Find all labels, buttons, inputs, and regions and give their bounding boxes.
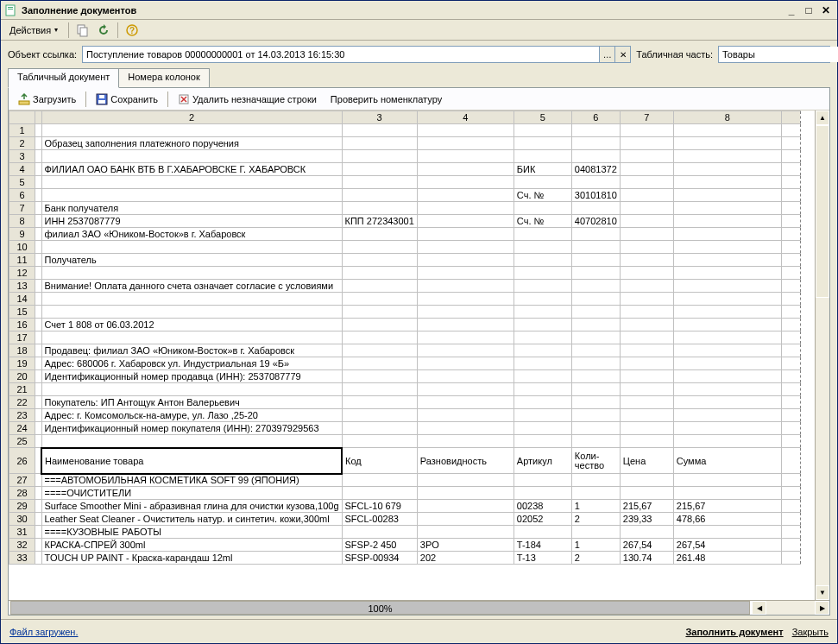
cell[interactable] xyxy=(781,500,800,513)
cell[interactable] xyxy=(35,306,42,319)
cell[interactable] xyxy=(35,422,42,435)
refresh-icon[interactable] xyxy=(95,22,112,39)
cell[interactable] xyxy=(35,448,42,474)
row-header[interactable]: 23 xyxy=(9,409,35,422)
table-row[interactable]: 25 xyxy=(9,435,801,448)
cell[interactable] xyxy=(417,124,514,137)
row-header[interactable]: 31 xyxy=(9,526,35,539)
cell[interactable] xyxy=(342,124,417,137)
cell[interactable] xyxy=(673,396,781,409)
cell[interactable] xyxy=(417,513,514,526)
row-header[interactable]: 12 xyxy=(9,267,35,280)
cell[interactable] xyxy=(342,306,417,319)
cell[interactable] xyxy=(514,254,571,267)
cell[interactable] xyxy=(673,176,781,189)
cell[interactable]: Сч. № xyxy=(514,215,571,228)
row-header[interactable]: 4 xyxy=(9,163,35,176)
row-header[interactable]: 28 xyxy=(9,487,35,500)
cell[interactable]: Leather Seat Cleaner - Очиститель натур.… xyxy=(41,513,342,526)
cell[interactable] xyxy=(417,267,514,280)
table-row[interactable]: 27===АВТОМОБИЛЬНАЯ КОСМЕТИКА SOFT 99 (ЯП… xyxy=(9,474,801,487)
cell[interactable] xyxy=(342,474,417,487)
cell[interactable]: Адрес: 680006 г. Хабаровск ул. Индустриа… xyxy=(41,357,342,370)
tab-column-numbers[interactable]: Номера колонок xyxy=(118,68,210,87)
scroll-up-icon[interactable]: ▲ xyxy=(816,110,829,125)
cell[interactable] xyxy=(417,293,514,306)
cell[interactable] xyxy=(342,163,417,176)
ref-clear-button[interactable]: ✕ xyxy=(614,47,630,62)
cell[interactable] xyxy=(781,176,800,189)
cell[interactable] xyxy=(781,448,800,474)
cell[interactable] xyxy=(514,176,571,189)
cell[interactable] xyxy=(41,189,342,202)
cell[interactable] xyxy=(35,150,42,163)
cell[interactable] xyxy=(673,383,781,396)
cell[interactable] xyxy=(673,189,781,202)
table-row[interactable]: 4ФИЛИАЛ ОАО БАНК ВТБ В Г.ХАБАРОВСКЕ Г. Х… xyxy=(9,163,801,176)
cell[interactable] xyxy=(620,487,673,500)
scroll-down-icon[interactable]: ▼ xyxy=(816,585,829,600)
cell[interactable]: 00238 xyxy=(514,500,571,513)
cell[interactable] xyxy=(571,293,620,306)
cell[interactable] xyxy=(514,228,571,241)
cell[interactable] xyxy=(781,513,800,526)
cell[interactable] xyxy=(571,331,620,344)
cell[interactable] xyxy=(620,254,673,267)
cell[interactable]: 239,33 xyxy=(620,513,673,526)
cell[interactable] xyxy=(781,137,800,150)
cell[interactable] xyxy=(342,228,417,241)
cell[interactable]: 04081372 xyxy=(571,163,620,176)
cell[interactable]: Код xyxy=(342,448,417,474)
cell[interactable] xyxy=(35,202,42,215)
cell[interactable]: TOUCH UP PAINT - Краска-карандаш 12ml xyxy=(41,552,342,565)
cell[interactable] xyxy=(342,176,417,189)
cell[interactable] xyxy=(620,293,673,306)
cell[interactable] xyxy=(35,487,42,500)
cell[interactable] xyxy=(781,344,800,357)
table-row[interactable]: 5 xyxy=(9,176,801,189)
table-row[interactable]: 9филиал ЗАО «Юником-Восток»в г. Хабаровс… xyxy=(9,228,801,241)
cell[interactable]: Наименование товара xyxy=(41,448,342,474)
cell[interactable] xyxy=(35,137,42,150)
cell[interactable] xyxy=(673,215,781,228)
row-header[interactable]: 8 xyxy=(9,215,35,228)
status-message[interactable]: Файл загружен. xyxy=(9,627,79,637)
cell[interactable]: 267,54 xyxy=(620,539,673,552)
fill-document-button[interactable]: Заполнить документ xyxy=(685,627,783,637)
cell[interactable] xyxy=(342,383,417,396)
row-header[interactable]: 26 xyxy=(9,448,35,474)
row-header[interactable]: 1 xyxy=(9,124,35,137)
cell[interactable] xyxy=(781,331,800,344)
cell[interactable] xyxy=(571,370,620,383)
maximize-button[interactable]: □ xyxy=(801,3,816,17)
cell[interactable] xyxy=(781,383,800,396)
cell[interactable] xyxy=(673,331,781,344)
cell[interactable] xyxy=(571,176,620,189)
cell[interactable] xyxy=(673,163,781,176)
cell[interactable]: ИНН 2537087779 xyxy=(41,215,342,228)
cell[interactable] xyxy=(781,306,800,319)
row-header[interactable]: 2 xyxy=(9,137,35,150)
cell[interactable] xyxy=(35,383,42,396)
cell[interactable] xyxy=(673,306,781,319)
table-row[interactable]: 8ИНН 2537087779КПП 272343001Сч. №4070281… xyxy=(9,215,801,228)
cell[interactable] xyxy=(781,396,800,409)
cell[interactable] xyxy=(41,383,342,396)
cell[interactable] xyxy=(514,241,571,254)
close-link[interactable]: Закрыть xyxy=(792,627,829,637)
cell[interactable] xyxy=(35,241,42,254)
cell[interactable] xyxy=(781,474,800,487)
cell[interactable] xyxy=(571,280,620,293)
cell[interactable] xyxy=(620,474,673,487)
cell[interactable] xyxy=(342,137,417,150)
cell[interactable] xyxy=(35,435,42,448)
cell[interactable]: 267,54 xyxy=(673,539,781,552)
table-row[interactable]: 33TOUCH UP PAINT - Краска-карандаш 12mlS… xyxy=(9,552,801,565)
ref-ellipsis-button[interactable]: … xyxy=(599,47,614,62)
corner-cell[interactable] xyxy=(9,111,35,124)
cell[interactable] xyxy=(342,254,417,267)
table-row[interactable]: 30Leather Seat Cleaner - Очиститель нату… xyxy=(9,513,801,526)
cell[interactable]: Счет 1 808 от 06.03.2012 xyxy=(41,319,342,331)
row-header[interactable]: 14 xyxy=(9,293,35,306)
col-header-9[interactable] xyxy=(781,111,800,124)
